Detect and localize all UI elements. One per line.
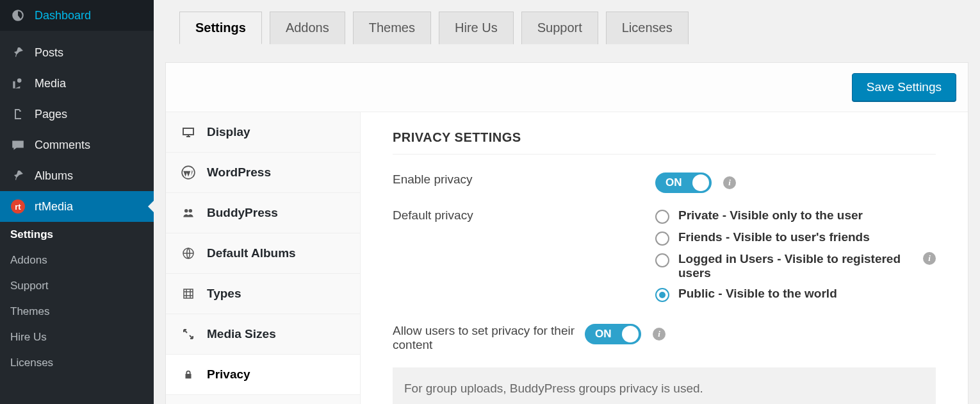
submenu-settings[interactable]: Settings [0, 222, 154, 248]
pages-icon [10, 106, 26, 122]
nav-tabs: Settings Addons Themes Hire Us Support L… [154, 0, 980, 44]
content-area: PRIVACY SETTINGS Enable privacy ON i Def… [361, 112, 968, 404]
vtab-default-albums[interactable]: Default Albums [166, 233, 360, 274]
vtab-media-sizes[interactable]: Media Sizes [166, 314, 360, 355]
pin-icon [10, 168, 26, 183]
wp-sidebar: Dashboard Posts Media Pages Comments Alb… [0, 0, 154, 404]
vtab-wordpress[interactable]: WordPress [166, 153, 360, 193]
vtab-label: Display [207, 125, 250, 139]
privacy-radio-group: Private - Visible only to the user Frien… [655, 208, 911, 308]
vtab-types[interactable]: Types [166, 274, 360, 314]
radio-input [655, 253, 669, 267]
row-default-privacy: Default privacy Private - Visible only t… [393, 208, 936, 308]
tab-themes[interactable]: Themes [353, 12, 431, 44]
media-icon [10, 76, 26, 91]
panel-header: Save Settings [166, 63, 968, 112]
tab-addons[interactable]: Addons [270, 12, 345, 44]
panel-body: Display WordPress BuddyPress Default Alb… [166, 112, 968, 404]
allow-users-toggle[interactable]: ON [585, 324, 641, 344]
comment-icon [10, 137, 26, 153]
radio-friends[interactable]: Friends - Visible to user's friends [655, 230, 911, 246]
menu-pages[interactable]: Pages [0, 99, 154, 130]
radio-input [655, 210, 669, 224]
submenu: Settings Addons Support Themes Hire Us L… [0, 222, 154, 376]
svg-point-2 [184, 209, 188, 213]
menu-label: Pages [35, 108, 67, 121]
default-privacy-label: Default privacy [393, 208, 655, 223]
menu-label: rtMedia [35, 200, 73, 214]
info-icon[interactable]: i [653, 328, 666, 341]
group-icon [181, 206, 195, 220]
submenu-licenses[interactable]: Licenses [0, 350, 154, 376]
radio-label: Logged in Users - Visible to registered … [678, 252, 911, 280]
vtab-label: Media Sizes [207, 327, 276, 341]
film-icon [181, 287, 195, 301]
radio-label: Friends - Visible to user's friends [678, 230, 870, 244]
row-enable-privacy: Enable privacy ON i [393, 173, 936, 193]
vtab-label: Default Albums [207, 246, 296, 260]
wordpress-icon [181, 165, 195, 180]
resize-icon [181, 327, 195, 341]
menu-posts[interactable]: Posts [0, 37, 154, 68]
notice-box: For group uploads, BuddyPress groups pri… [393, 367, 936, 404]
menu-label: Media [35, 77, 66, 90]
radio-logged-in[interactable]: Logged in Users - Visible to registered … [655, 252, 911, 280]
toggle-state: ON [666, 176, 682, 189]
radio-public[interactable]: Public - Visible to the world [655, 287, 911, 302]
menu-albums[interactable]: Albums [0, 160, 154, 191]
vtab-buddypress[interactable]: BuddyPress [166, 193, 360, 233]
enable-privacy-label: Enable privacy [393, 173, 655, 187]
submenu-themes[interactable]: Themes [0, 299, 154, 324]
allow-users-label: Allow users to set privacy for their con… [393, 324, 585, 352]
svg-rect-0 [183, 128, 193, 135]
svg-point-3 [189, 209, 193, 213]
submenu-addons[interactable]: Addons [0, 248, 154, 273]
menu-label: Albums [35, 169, 73, 183]
info-icon[interactable]: i [923, 252, 936, 265]
tab-licenses[interactable]: Licenses [606, 12, 689, 44]
vtab-display[interactable]: Display [166, 112, 360, 153]
vtab-label: Types [207, 287, 241, 301]
toggle-state: ON [595, 328, 612, 341]
vtab-label: Privacy [207, 367, 250, 382]
rt-logo: rt [11, 199, 25, 214]
vtab-privacy[interactable]: Privacy [166, 355, 360, 395]
content-title: PRIVACY SETTINGS [393, 130, 936, 155]
info-icon[interactable]: i [723, 176, 736, 189]
tab-support[interactable]: Support [521, 12, 598, 44]
menu-rtmedia[interactable]: rt rtMedia [0, 191, 154, 222]
enable-privacy-toggle[interactable]: ON [655, 173, 712, 193]
dashboard-icon [10, 8, 26, 23]
globe-icon [181, 246, 195, 260]
tab-settings[interactable]: Settings [179, 12, 262, 44]
submenu-hireus[interactable]: Hire Us [0, 324, 154, 350]
save-button[interactable]: Save Settings [852, 73, 956, 101]
display-icon [181, 125, 195, 139]
settings-panel: Save Settings Display WordPress BuddyPre… [165, 62, 968, 404]
toggle-knob [692, 174, 709, 191]
radio-label: Private - Visible only to the user [678, 208, 863, 223]
submenu-support[interactable]: Support [0, 273, 154, 299]
vtab-label: WordPress [207, 165, 271, 180]
radio-input [655, 231, 669, 246]
radio-input [655, 288, 669, 302]
svg-rect-5 [184, 289, 193, 298]
vertical-tabs: Display WordPress BuddyPress Default Alb… [166, 112, 361, 404]
menu-comments[interactable]: Comments [0, 130, 154, 160]
tab-hireus[interactable]: Hire Us [439, 12, 514, 44]
radio-private[interactable]: Private - Visible only to the user [655, 208, 911, 224]
menu-label: Comments [35, 139, 90, 152]
main-content: Settings Addons Themes Hire Us Support L… [154, 0, 980, 404]
menu-dashboard[interactable]: Dashboard [0, 0, 154, 31]
pin-icon [10, 45, 26, 60]
vtab-label: BuddyPress [207, 206, 278, 220]
rtmedia-icon: rt [10, 199, 26, 214]
row-allow-users: Allow users to set privacy for their con… [393, 324, 936, 352]
radio-label: Public - Visible to the world [678, 287, 837, 301]
menu-label: Posts [35, 46, 63, 60]
lock-icon [181, 367, 195, 382]
menu-label: Dashboard [35, 9, 91, 22]
vtab-custom-css[interactable]: Custom CSS [166, 395, 360, 404]
toggle-knob [622, 326, 639, 342]
menu-media[interactable]: Media [0, 68, 154, 99]
